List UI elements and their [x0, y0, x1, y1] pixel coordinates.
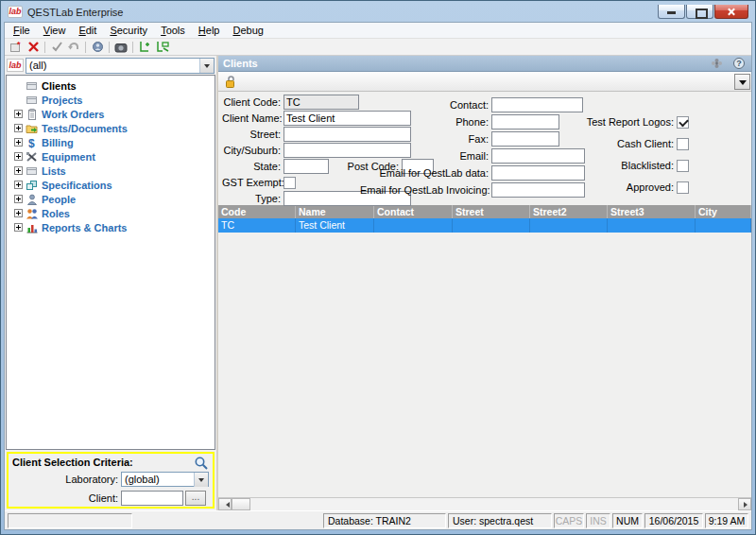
page-title: Clients: [223, 58, 701, 69]
content-header: Clients ?: [218, 56, 751, 72]
sidebar-item-work-orders[interactable]: Work Orders: [7, 107, 215, 121]
settings-button[interactable]: [709, 57, 724, 70]
client-form: Client Code: Client Name: Street: C: [218, 92, 751, 201]
chevron-down-icon[interactable]: [199, 59, 214, 73]
lists-icon: [26, 165, 39, 177]
sidebar-item-label: Lists: [42, 165, 66, 177]
delete-icon: [27, 41, 40, 53]
scrollbar-thumb[interactable]: [232, 498, 250, 510]
laboratory-filter-combobox[interactable]: (all): [26, 58, 215, 74]
toolbar-separator: [85, 42, 86, 53]
expand-icon[interactable]: [14, 181, 23, 189]
scroll-right-button[interactable]: [738, 498, 751, 510]
blacklisted-checkbox[interactable]: [677, 160, 689, 172]
table-header-row: Code Name Contact Street Street2 Street3…: [218, 205, 751, 218]
sidebar-item-tests-documents[interactable]: Tests/Documents: [7, 121, 215, 135]
sidebar-item-label: Tests/Documents: [42, 123, 128, 134]
expand-icon[interactable]: [14, 124, 23, 132]
menu-view[interactable]: View: [37, 24, 73, 37]
help-button[interactable]: ?: [731, 57, 747, 70]
table-row[interactable]: TC Test Client: [218, 218, 751, 233]
sidebar-item-clients[interactable]: Clients: [7, 78, 215, 93]
chevron-down-icon[interactable]: [194, 473, 208, 487]
column-header-street[interactable]: Street: [453, 205, 530, 218]
browse-button[interactable]: ...: [185, 491, 206, 506]
expand-icon[interactable]: [14, 152, 23, 161]
gst-exempt-label: GST Exempt:: [222, 177, 281, 188]
search-icon: [194, 456, 209, 471]
sidebar-item-people[interactable]: People: [7, 192, 215, 206]
main-toolbar: *: [5, 39, 751, 56]
menu-help[interactable]: Help: [192, 24, 227, 37]
app-logo-icon: lab: [8, 6, 23, 18]
menu-file[interactable]: File: [7, 24, 37, 37]
people-icon: [26, 194, 39, 205]
expand-icon[interactable]: [14, 110, 23, 118]
column-header-city[interactable]: City: [696, 205, 751, 218]
undo-icon: [67, 41, 80, 53]
sidebar-item-label: Roles: [42, 208, 70, 219]
sidebar-item-reports-charts[interactable]: Reports & Charts: [7, 220, 215, 234]
column-header-code[interactable]: Code: [218, 205, 296, 218]
cash-client-checkbox[interactable]: [677, 138, 689, 150]
expand-icon[interactable]: [14, 223, 23, 232]
column-header-contact[interactable]: Contact: [374, 205, 453, 218]
column-header-name[interactable]: Name: [296, 205, 374, 218]
expand-icon[interactable]: [14, 209, 23, 217]
sidebar-item-roles[interactable]: Roles: [7, 206, 215, 220]
contacts-button[interactable]: [89, 40, 106, 55]
blacklisted-label: Blacklisted:: [530, 160, 674, 171]
column-header-street2[interactable]: Street2: [530, 205, 608, 218]
new-record-button[interactable]: *: [8, 40, 25, 55]
minimize-button[interactable]: [658, 5, 685, 19]
scroll-left-button[interactable]: [218, 498, 232, 510]
record-toolbar: [218, 72, 751, 92]
menu-security[interactable]: Security: [103, 24, 154, 37]
expand-icon[interactable]: [14, 195, 23, 203]
sidebar-item-label: Clients: [42, 80, 77, 92]
approved-checkbox[interactable]: [677, 181, 689, 194]
client-code-field[interactable]: [284, 95, 359, 110]
menu-tools[interactable]: Tools: [154, 24, 192, 37]
delete-button[interactable]: [25, 40, 42, 55]
confirm-button[interactable]: [48, 40, 65, 55]
cash-client-label: Cash Client:: [530, 138, 674, 149]
record-options-dropdown-button[interactable]: [734, 74, 750, 90]
state-field[interactable]: [284, 159, 329, 174]
sidebar-item-label: Billing: [42, 137, 74, 148]
cell-code: TC: [218, 218, 296, 233]
state-label: State:: [222, 161, 281, 172]
menu-debug[interactable]: Debug: [226, 24, 269, 37]
gst-exempt-checkbox[interactable]: [284, 177, 296, 189]
menu-edit[interactable]: Edit: [72, 24, 103, 37]
laboratory-combobox[interactable]: (global): [121, 472, 209, 487]
contact-field[interactable]: [491, 97, 583, 112]
expand-icon[interactable]: [14, 166, 23, 175]
unlock-record-button[interactable]: [222, 74, 239, 89]
test-report-logos-checkbox[interactable]: [677, 116, 689, 129]
sidebar-item-equipment[interactable]: Equipment: [7, 149, 215, 164]
clients-table: Code Name Contact Street Street2 Street3…: [218, 205, 751, 497]
tree-expand-icon: [138, 41, 151, 53]
maximize-button[interactable]: [686, 5, 713, 19]
app-window: lab QESTLab Enterprise File View Edit Se…: [0, 0, 756, 535]
tree-edit-button[interactable]: [153, 40, 170, 55]
tests-documents-icon: [26, 123, 39, 134]
expand-icon[interactable]: [14, 138, 23, 147]
search-button[interactable]: [194, 456, 209, 471]
snapshot-button[interactable]: [112, 40, 129, 55]
sidebar-item-billing[interactable]: $ Billing: [7, 135, 215, 149]
sidebar-item-specifications[interactable]: Specifications: [7, 178, 215, 192]
sidebar-item-projects[interactable]: Projects: [7, 93, 215, 107]
column-header-street3[interactable]: Street3: [608, 205, 696, 218]
undo-button[interactable]: [65, 40, 82, 55]
cell-name: Test Client: [296, 218, 374, 233]
client-criteria-input[interactable]: [121, 491, 183, 506]
window-title: QESTLab Enterprise: [27, 7, 124, 18]
contact-label: Contact:: [360, 99, 489, 111]
sidebar-item-lists[interactable]: Lists: [7, 164, 215, 178]
tree-expand-button[interactable]: [136, 40, 153, 55]
client-code-label: Client Code:: [222, 96, 281, 108]
close-button[interactable]: [714, 5, 748, 19]
horizontal-scrollbar[interactable]: [218, 497, 751, 510]
